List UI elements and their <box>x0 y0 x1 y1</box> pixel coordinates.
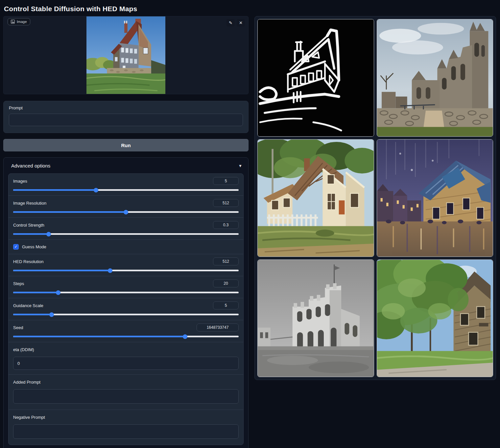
gallery-item-hed-edge-map[interactable] <box>257 19 374 137</box>
image-resolution-slider[interactable] <box>13 211 239 213</box>
pencil-icon: ✎ <box>229 20 232 25</box>
guidance-scale-slider-thumb[interactable] <box>49 312 54 317</box>
images-row: Images <box>9 174 243 196</box>
gallery-item-night-painterly-house[interactable] <box>377 139 493 257</box>
edit-image-button[interactable]: ✎ <box>226 19 235 27</box>
guidance-scale-row: Guidance Scale <box>9 298 243 320</box>
seed-row: Seed <box>9 320 243 342</box>
control-strength-label: Control Strength <box>13 223 44 228</box>
advanced-options-title: Advanced options <box>11 163 50 168</box>
page-title: Control Stable Diffusion with HED Maps <box>0 0 500 16</box>
seed-label: Seed <box>13 325 23 330</box>
gothic-cathedral-image <box>377 19 493 136</box>
steps-label: Steps <box>13 281 24 286</box>
wooden-house-trees-image <box>377 260 493 377</box>
control-strength-slider[interactable] <box>13 233 239 235</box>
control-strength-row: Control Strength <box>9 218 243 240</box>
advanced-options-group: Images Image Resolution <box>8 173 244 445</box>
seed-value-input[interactable] <box>197 324 239 331</box>
guess-mode-label: Guess Mode <box>22 244 46 249</box>
images-slider-thumb[interactable] <box>94 188 98 192</box>
guidance-scale-value-input[interactable] <box>213 302 239 309</box>
guidance-scale-slider[interactable] <box>13 314 239 315</box>
main-layout: Image ✎ ✕ <box>0 16 500 448</box>
control-strength-value-input[interactable] <box>213 221 239 229</box>
image-icon <box>11 20 15 24</box>
added-prompt-row: Added Prompt <box>9 375 243 410</box>
steps-slider-thumb[interactable] <box>56 290 60 295</box>
image-resolution-label: Image Resolution <box>13 201 46 206</box>
eta-row: eta (DDIM) <box>9 342 243 375</box>
hed-resolution-slider[interactable] <box>13 270 239 271</box>
control-strength-slider-thumb[interactable] <box>46 232 51 236</box>
results-column <box>254 16 496 380</box>
image-resolution-row: Image Resolution <box>9 196 243 218</box>
seed-slider[interactable] <box>13 336 239 337</box>
bw-vintage-building-image <box>258 260 374 377</box>
image-input-badge: Image <box>8 18 30 25</box>
output-gallery <box>254 16 496 380</box>
advanced-options-accordion: Advanced options ▼ Images Image Resoluti… <box>3 157 249 448</box>
negative-prompt-label: Negative Prompt <box>13 415 45 420</box>
clear-image-button[interactable]: ✕ <box>237 19 245 27</box>
gallery-item-bw-vintage-building[interactable] <box>257 259 374 377</box>
gallery-item-gothic-cathedral[interactable] <box>377 19 493 137</box>
house-photo-image <box>86 16 165 94</box>
eta-input[interactable] <box>13 357 239 370</box>
advanced-options-header[interactable]: Advanced options ▼ <box>8 162 244 168</box>
gallery-item-wooden-house-trees[interactable] <box>377 259 493 377</box>
image-input-panel[interactable]: Image ✎ ✕ <box>3 16 249 94</box>
hed-resolution-value-input[interactable] <box>213 258 239 265</box>
uploaded-house-photo[interactable] <box>86 16 165 94</box>
close-icon: ✕ <box>239 20 243 25</box>
image-toolbar: ✎ ✕ <box>226 19 245 27</box>
added-prompt-input[interactable] <box>13 389 239 404</box>
night-painterly-house-image <box>377 140 493 257</box>
controls-column: Image ✎ ✕ <box>3 16 249 448</box>
images-label: Images <box>13 179 27 184</box>
hed-edge-map-image <box>258 19 374 136</box>
eta-label: eta (DDIM) <box>13 347 34 352</box>
image-input-label: Image <box>17 20 27 24</box>
steps-slider[interactable] <box>13 292 239 293</box>
added-prompt-label: Added Prompt <box>13 380 40 385</box>
prompt-input[interactable] <box>9 114 243 126</box>
prompt-label: Prompt <box>9 105 243 110</box>
hed-resolution-row: HED Resolution <box>9 254 243 276</box>
images-value-input[interactable] <box>213 177 239 185</box>
hed-resolution-label: HED Resolution <box>13 259 44 264</box>
prompt-block: Prompt <box>3 101 249 133</box>
hed-resolution-slider-thumb[interactable] <box>108 268 112 273</box>
negative-prompt-row: Negative Prompt <box>9 410 243 445</box>
steps-row: Steps <box>9 276 243 298</box>
image-resolution-slider-thumb[interactable] <box>124 210 128 214</box>
image-resolution-value-input[interactable] <box>213 199 239 207</box>
checkmark-icon: ✓ <box>14 244 17 249</box>
gallery-item-cottage-painting[interactable] <box>257 139 374 257</box>
cottage-painting-image <box>258 140 374 257</box>
run-button[interactable]: Run <box>3 139 249 151</box>
steps-value-input[interactable] <box>213 280 239 287</box>
images-slider[interactable] <box>13 189 239 191</box>
seed-slider-thumb[interactable] <box>183 334 187 339</box>
guidance-scale-label: Guidance Scale <box>13 303 43 308</box>
chevron-down-icon: ▼ <box>238 164 242 168</box>
negative-prompt-input[interactable] <box>13 424 239 439</box>
guess-mode-row: ✓ Guess Mode <box>9 240 243 254</box>
guess-mode-checkbox[interactable]: ✓ <box>13 244 19 250</box>
